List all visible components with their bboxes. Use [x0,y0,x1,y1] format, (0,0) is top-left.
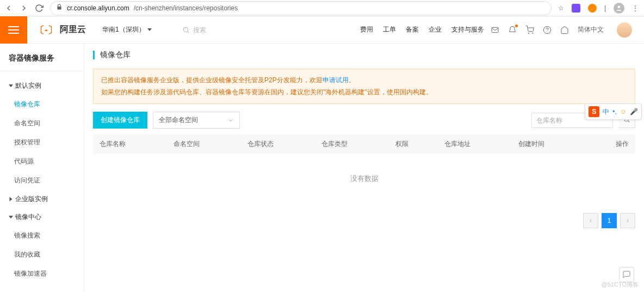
sidebar-item-mirror-search[interactable]: 镜像搜索 [0,226,84,245]
sidebar-item-my-favorites[interactable]: 我的收藏 [0,245,84,264]
nav-links: 费用 工单 备案 企业 支持与服务 [360,25,484,34]
bookmark-star-icon[interactable]: ☆ [558,4,564,12]
page-prev[interactable] [583,213,598,228]
sidebar-group-enterprise[interactable]: 企业版实例 [0,190,84,208]
extension-icon[interactable] [588,4,597,13]
region-selector[interactable]: 华南1（深圳） [94,25,160,34]
col-namespace: 命名空间 [167,134,241,154]
search-icon [182,26,190,34]
ime-logo-icon: S [589,106,599,117]
chevron-right-icon [10,197,13,202]
apply-trial-link[interactable]: 申请试用 [323,76,349,84]
extension-icon[interactable] [572,4,580,13]
alert-line-1: 已推出容器镜像服务企业版，提供企业级镜像安全托管及P2P分发能力，欢迎申请试用。 [101,75,627,87]
sidebar-item-repositories[interactable]: 镜像仓库 [0,95,84,114]
alert-line-2: 如果您的构建任务涉及源代码仓库、容器镜像仓库等资源在国内，建议您关闭"海外机器构… [101,87,627,99]
sidebar: 容器镜像服务 默认实例 镜像仓库 命名空间 授权管理 代码源 访问凭证 企业版实… [0,44,84,292]
nav-beian[interactable]: 备案 [406,25,419,34]
col-type: 仓库类型 [315,134,389,154]
nav-support[interactable]: 支持与服务 [451,25,484,34]
col-action: 操作 [586,134,635,154]
forward-icon[interactable] [20,4,28,13]
ime-emoji-icon[interactable]: ☺ [620,108,627,115]
global-search[interactable] [182,26,275,34]
svg-point-1 [183,27,188,32]
nav-fee[interactable]: 费用 [360,25,373,34]
feedback-button[interactable] [619,267,634,282]
help-icon[interactable] [543,26,552,34]
sidebar-item-access-credentials[interactable]: 访问凭证 [0,171,84,190]
profile-avatar-icon[interactable] [614,3,624,14]
service-title: 容器镜像服务 [0,47,84,71]
nav-enterprise[interactable]: 企业 [429,25,442,34]
chrome-divider: | [604,4,606,12]
chevron-down-icon [9,84,13,87]
svg-point-6 [543,26,550,33]
chrome-right: ☆ | ⋮ [558,3,640,14]
alert-text: 。 [349,76,355,84]
ime-mode[interactable]: 中 [603,107,609,117]
alert-text: 已推出容器镜像服务企业版，提供企业级镜像安全托管及P2P分发能力，欢迎 [101,76,323,84]
col-repo-name: 仓库名称 [93,134,167,154]
bell-icon[interactable] [508,26,517,34]
chevron-down-icon [9,216,13,218]
search-input[interactable] [193,26,275,34]
group-label: 镜像中心 [15,212,41,222]
ime-mic-icon[interactable]: 🎤 [630,108,638,115]
svg-point-0 [618,5,621,8]
group-label: 默认实例 [15,81,41,90]
top-nav: 〔-〕 阿里云 华南1（深圳） 费用 工单 备案 企业 支持与服务 简体中文 [0,16,644,44]
chevron-down-icon [147,28,152,31]
sidebar-item-code-source[interactable]: 代码源 [0,152,84,171]
menu-toggle[interactable] [0,16,27,44]
sidebar-group-mirror-center[interactable]: 镜像中心 [0,208,84,226]
kebab-menu-icon[interactable]: ⋮ [632,4,640,12]
message-icon[interactable] [491,26,499,34]
pagination: 1 [93,213,635,228]
col-permission: 权限 [389,134,438,154]
ime-toolbar[interactable]: S 中 •, ☺ 🎤 [585,104,642,120]
namespace-select[interactable]: 全部命名空间 [153,112,240,129]
create-repository-button[interactable]: 创建镜像仓库 [93,112,147,129]
watermark: @51CTO博客 [602,281,639,289]
page-title: 镜像仓库 [93,50,635,60]
nav-icons: 简体中文 [484,22,644,38]
cart-icon[interactable] [525,26,534,34]
sidebar-item-authorization[interactable]: 授权管理 [0,133,84,152]
sidebar-item-namespaces[interactable]: 命名空间 [0,114,84,133]
address-bar[interactable]: cr.console.aliyun.com/cn-shenzhen/instan… [50,1,552,15]
brand[interactable]: 〔-〕 阿里云 [27,23,94,36]
reload-icon[interactable] [35,4,44,13]
notice-alert: 已推出容器镜像服务企业版，提供企业级镜像安全托管及P2P分发能力，欢迎申请试用。… [93,69,635,104]
brand-text: 阿里云 [60,24,86,35]
svg-line-2 [187,31,189,33]
page-title-text: 镜像仓库 [100,50,131,60]
chevron-down-icon [227,117,234,124]
page-1[interactable]: 1 [602,213,617,228]
svg-point-5 [532,33,533,33]
svg-point-4 [528,33,529,33]
svg-line-9 [628,121,630,123]
col-address: 仓库地址 [438,134,512,154]
sidebar-group-default[interactable]: 默认实例 [0,77,84,95]
brand-logo-icon: 〔-〕 [35,23,58,36]
lock-icon [56,4,63,12]
browser-chrome: cr.console.aliyun.com/cn-shenzhen/instan… [0,0,644,16]
toolbar: 创建镜像仓库 全部命名空间 [93,112,635,129]
user-avatar[interactable] [617,22,632,38]
language-switch[interactable]: 简体中文 [578,25,604,34]
url-path: /cn-shenzhen/instances/repositories [134,4,238,12]
sidebar-item-mirror-accelerator[interactable]: 镜像加速器 [0,264,84,283]
nav-ticket[interactable]: 工单 [383,25,396,34]
col-created: 创建时间 [512,134,586,154]
page-next[interactable] [620,213,635,228]
url-host: cr.console.aliyun.com [67,4,129,12]
ime-punct[interactable]: •, [612,108,617,115]
svg-rect-3 [492,27,498,32]
home-icon[interactable] [560,26,569,34]
main-content: 镜像仓库 已推出容器镜像服务企业版，提供企业级镜像安全托管及P2P分发能力，欢迎… [84,44,644,292]
group-label: 企业版实例 [15,194,48,204]
select-value: 全部命名空间 [159,115,198,125]
empty-state: 没有数据 [93,154,635,203]
back-icon[interactable] [4,4,13,13]
